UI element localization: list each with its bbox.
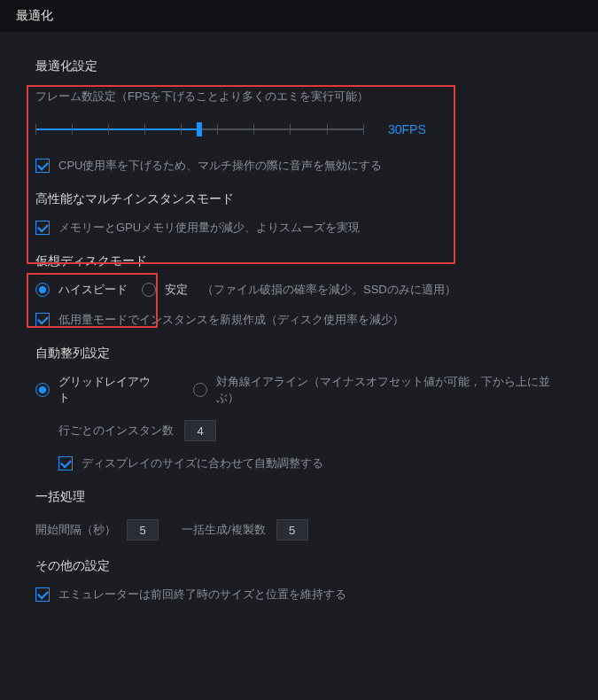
layout-radio-row: グリッドレイアウト 対角線イアライン（マイナスオフセット値が可能，下から上に並ぶ… [35, 374, 563, 406]
keep-pos-checkbox[interactable] [35, 587, 50, 602]
stable-note: （ファイル破損の確率を減少。SSDのみに適用） [202, 282, 456, 298]
row-count-label: 行ごとのインスタン数 [58, 423, 174, 439]
title: 最適化 [16, 8, 53, 24]
other-title: その他の設定 [35, 558, 563, 574]
memory-label: メモリーとGPUメモリ使用量が減少、よりスムーズを実現 [58, 220, 360, 236]
low-usage-label: 低用量モードでインスタンスを新規作成（ディスク使用率を減少） [58, 312, 404, 328]
keep-pos-label: エミュレーターは前回終了時のサイズと位置を維持する [58, 587, 346, 603]
stable-radio[interactable] [142, 283, 156, 297]
interval-input[interactable] [127, 519, 159, 541]
high-speed-label: ハイスピード [58, 282, 128, 298]
auto-fit-row: ディスプレイのサイズに合わせて自動調整する [35, 455, 563, 471]
fps-slider-row: 30FPS [35, 121, 563, 138]
auto-fit-label: ディスプレイのサイズに合わせて自動調整する [82, 455, 323, 471]
row-count-input[interactable] [184, 420, 216, 441]
memory-row: メモリーとGPUメモリ使用量が減少、よりスムーズを実現 [35, 220, 563, 236]
cpu-audio-checkbox[interactable] [35, 159, 50, 173]
fps-value: 30FPS [388, 122, 426, 136]
batch-row: 開始間隔（秒） 一括生成/複製数 [35, 519, 563, 541]
diagonal-label: 対角線イアライン（マイナスオフセット値が可能，下から上に並ぶ） [216, 374, 563, 406]
grid-label: グリッドレイアウト [58, 374, 159, 406]
fps-slider[interactable] [35, 121, 363, 138]
row-count-row: 行ごとのインスタン数 [35, 420, 563, 441]
stable-label: 安定 [165, 282, 188, 298]
cpu-audio-label: CPU使用率を下げるため、マルチ操作の際に音声を無効にする [58, 158, 382, 174]
auto-align-title: 自動整列設定 [35, 346, 563, 362]
cpu-audio-row: CPU使用率を下げるため、マルチ操作の際に音声を無効にする [35, 158, 563, 174]
low-usage-checkbox[interactable] [35, 313, 50, 327]
titlebar: 最適化 [0, 0, 598, 32]
diagonal-radio[interactable] [193, 383, 207, 397]
disk-mode-title: 仮想ディスクモード [35, 253, 563, 269]
optimization-section-title: 最適化設定 [35, 58, 563, 74]
auto-fit-checkbox[interactable] [58, 456, 73, 471]
count-input[interactable] [276, 519, 308, 541]
disk-mode-radio-row: ハイスピード 安定 （ファイル破損の確率を減少。SSDのみに適用） [35, 282, 563, 298]
batch-title: 一括処理 [35, 489, 563, 505]
count-label: 一括生成/複製数 [182, 522, 266, 538]
frame-desc: フレーム数設定（FPSを下げることより多くのエミを実行可能） [35, 89, 563, 105]
content: 最適化設定 フレーム数設定（FPSを下げることより多くのエミを実行可能） 30F… [0, 32, 598, 634]
interval-label: 開始間隔（秒） [35, 522, 116, 538]
high-speed-radio[interactable] [35, 283, 50, 297]
low-usage-row: 低用量モードでインスタンスを新規作成（ディスク使用率を減少） [35, 312, 563, 328]
multi-instance-title: 高性能なマルチインスタンスモード [35, 191, 563, 207]
grid-radio[interactable] [35, 383, 50, 397]
memory-checkbox[interactable] [35, 221, 50, 235]
keep-pos-row: エミュレーターは前回終了時のサイズと位置を維持する [35, 587, 563, 603]
